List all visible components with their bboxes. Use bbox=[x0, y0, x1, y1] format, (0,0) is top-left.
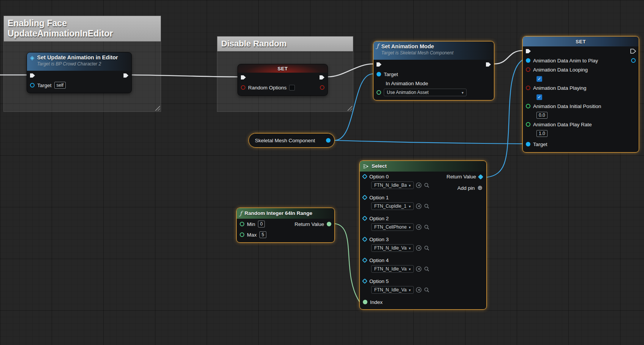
min-value-box[interactable]: 0 bbox=[258, 221, 265, 227]
node-title: Select bbox=[372, 163, 387, 169]
option-5-label: Option 5 bbox=[369, 278, 389, 284]
check-icon: ✓ bbox=[538, 77, 541, 81]
looping-label: Animation Data Looping bbox=[533, 67, 588, 73]
index-pin[interactable] bbox=[363, 300, 367, 304]
return-value-pin[interactable] bbox=[478, 174, 483, 179]
option-4-pin[interactable] bbox=[362, 258, 367, 263]
target-pin-label: Target bbox=[37, 83, 52, 88]
browse-asset-icon[interactable] bbox=[424, 287, 430, 293]
exec-wire-set-to-setanimmode[interactable] bbox=[328, 64, 373, 77]
max-value-box[interactable]: 5 bbox=[259, 231, 267, 238]
random-options-checkbox[interactable]: ✓ bbox=[289, 85, 295, 91]
node-get-skeletal-mesh-component[interactable]: Skeletal Mesh Component bbox=[248, 133, 335, 148]
target-function-icon: ◈ bbox=[30, 55, 35, 60]
animation-mode-dropdown[interactable]: Use Animation Asset ▾ bbox=[384, 89, 467, 96]
browse-asset-icon[interactable] bbox=[424, 224, 430, 230]
exec-in-pin[interactable] bbox=[376, 62, 382, 67]
min-label: Min bbox=[247, 221, 255, 227]
target-value-box[interactable]: self bbox=[54, 82, 66, 89]
return-value-label: Return Value bbox=[446, 174, 476, 180]
min-pin[interactable] bbox=[240, 222, 244, 226]
node-title: SET bbox=[576, 39, 586, 45]
exec-in-pin[interactable] bbox=[241, 75, 246, 80]
option-3-dropdown[interactable]: FTN_N_Idle_Var1 ▾ bbox=[371, 244, 414, 252]
chevron-down-icon: ▾ bbox=[409, 225, 411, 229]
use-selected-icon[interactable] bbox=[416, 245, 422, 251]
playing-checkbox[interactable]: ✓ bbox=[536, 94, 542, 100]
blueprint-graph-canvas[interactable]: Enabling Face UpdateAnimationInEditor Di… bbox=[0, 0, 644, 345]
option-5-dropdown[interactable]: FTN_N_Idle_Var1 ▾ bbox=[371, 286, 414, 294]
node-random-integer-64-in-range[interactable]: ƒ Random Integer 64In Range Min 0 Return… bbox=[236, 208, 335, 243]
skeletal-mesh-out-pin[interactable] bbox=[326, 138, 331, 143]
int-wire-random-to-index[interactable] bbox=[335, 224, 359, 302]
return-value-label: Return Value bbox=[294, 221, 324, 227]
exec-out-pin[interactable] bbox=[319, 75, 325, 80]
browse-asset-icon[interactable] bbox=[424, 182, 430, 188]
object-wire-skeletal-to-set-target[interactable] bbox=[335, 140, 522, 144]
option-5-pin[interactable] bbox=[362, 278, 367, 284]
check-icon: ✓ bbox=[538, 95, 541, 99]
add-pin-icon[interactable]: ⊕ bbox=[478, 185, 483, 191]
option-0-dropdown[interactable]: FTN_N_Idle_Bas ▾ bbox=[371, 181, 414, 189]
option-2-label: Option 2 bbox=[369, 216, 389, 221]
use-selected-icon[interactable] bbox=[416, 182, 422, 188]
exec-in-pin[interactable] bbox=[525, 49, 531, 54]
initial-position-value-box[interactable]: 0.0 bbox=[536, 112, 547, 119]
play-rate-pin[interactable] bbox=[526, 122, 530, 127]
node-set-random-options[interactable]: SET Random Options ✓ bbox=[237, 64, 328, 96]
select-icon bbox=[363, 164, 369, 169]
random-options-out-pin[interactable] bbox=[320, 85, 324, 90]
anim-to-play-out-pin[interactable] bbox=[631, 58, 636, 63]
target-pin[interactable] bbox=[30, 83, 35, 87]
exec-out-pin[interactable] bbox=[123, 73, 129, 78]
add-pin-button[interactable]: Add pin ⊕ bbox=[457, 185, 483, 191]
function-icon: ƒ bbox=[240, 211, 242, 216]
target-pin-label: Target bbox=[533, 141, 547, 147]
option-2-dropdown[interactable]: FTN_CellPhoneI ▾ bbox=[371, 223, 414, 231]
playing-pin[interactable] bbox=[526, 86, 530, 90]
node-title: SET bbox=[278, 66, 288, 72]
option-2-pin[interactable] bbox=[362, 216, 367, 221]
use-selected-icon[interactable] bbox=[416, 266, 422, 272]
node-set-animation-data[interactable]: SET Animation Data Anim to Play Animatio… bbox=[522, 36, 639, 153]
anim-to-play-pin[interactable] bbox=[526, 58, 530, 63]
node-title: Set Animation Mode bbox=[381, 43, 454, 50]
browse-asset-icon[interactable] bbox=[424, 203, 430, 209]
target-pin[interactable] bbox=[526, 142, 530, 146]
use-selected-icon[interactable] bbox=[416, 287, 422, 293]
play-rate-value-box[interactable]: 1.0 bbox=[536, 130, 547, 137]
node-select[interactable]: Select Return Value Add pin ⊕ Option 0 F… bbox=[359, 161, 487, 310]
exec-wire-setupdate-to-set[interactable] bbox=[132, 75, 237, 77]
in-animation-mode-pin[interactable] bbox=[377, 90, 381, 95]
chevron-down-icon: ▾ bbox=[409, 246, 411, 250]
option-3-pin[interactable] bbox=[362, 237, 367, 242]
initial-position-pin[interactable] bbox=[526, 104, 530, 108]
use-selected-icon[interactable] bbox=[416, 203, 422, 209]
option-1-pin[interactable] bbox=[362, 195, 367, 200]
looping-checkbox[interactable]: ✓ bbox=[536, 76, 542, 82]
option-5-value: FTN_N_Idle_Var1 bbox=[374, 287, 407, 293]
object-wire-skeletal-to-target[interactable] bbox=[335, 74, 373, 140]
node-subtitle: Target is BP Crowd Character 2 bbox=[37, 61, 118, 67]
option-0-pin[interactable] bbox=[362, 174, 367, 179]
target-pin[interactable] bbox=[377, 72, 381, 76]
random-options-pin[interactable] bbox=[241, 85, 245, 90]
exec-out-pin[interactable] bbox=[630, 49, 636, 54]
option-4-label: Option 4 bbox=[369, 258, 389, 263]
exec-wire-setanimmode-to-set[interactable] bbox=[494, 51, 522, 64]
browse-asset-icon[interactable] bbox=[424, 245, 430, 251]
use-selected-icon[interactable] bbox=[416, 224, 422, 230]
max-pin[interactable] bbox=[240, 232, 244, 237]
looping-pin[interactable] bbox=[526, 67, 530, 72]
option-4-dropdown[interactable]: FTN_N_Idle_Var1 ▾ bbox=[371, 265, 414, 273]
node-title: Random Integer 64In Range bbox=[245, 210, 313, 216]
exec-in-pin[interactable] bbox=[30, 73, 35, 78]
exec-out-pin[interactable] bbox=[486, 62, 491, 67]
option-1-dropdown[interactable]: FTN_CupIdle_1 ▾ bbox=[371, 202, 414, 210]
return-value-pin[interactable] bbox=[327, 222, 331, 226]
node-set-update-animation-in-editor[interactable]: ◈ Set Update Animation in Editor Target … bbox=[27, 52, 132, 93]
browse-asset-icon[interactable] bbox=[424, 266, 430, 272]
node-set-animation-mode[interactable]: ƒ Set Animation Mode Target is Skeletal … bbox=[373, 41, 494, 100]
add-pin-label: Add pin bbox=[457, 185, 475, 191]
play-rate-label: Animation Data Play Rate bbox=[533, 122, 592, 127]
